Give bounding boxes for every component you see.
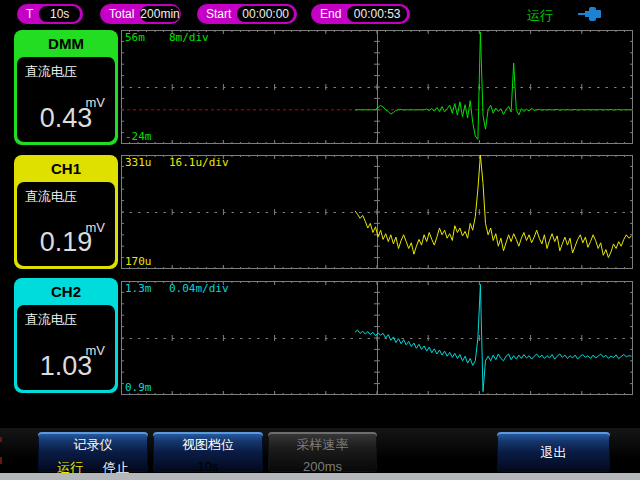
power-plug-icon bbox=[578, 6, 606, 22]
ch2-panel-title: CH2 bbox=[14, 278, 118, 305]
ch2-mode-label: 直流电压 bbox=[25, 311, 77, 329]
dmm-axis-top-value: 56m bbox=[125, 32, 145, 43]
start-time-badge: Start 00:00:00 bbox=[197, 4, 297, 24]
ch2-panel: CH2 直流电压 mV 1.03 bbox=[14, 278, 118, 393]
ch2-trend-chart: 1.3m 0.04m/div 0.9m bbox=[121, 281, 633, 395]
time-per-div-badge: T 10s bbox=[17, 4, 83, 24]
sample-rate-value: 200ms bbox=[268, 459, 377, 474]
dmm-axis-per-div: 8m/div bbox=[169, 32, 209, 43]
view-scale-title: 视图档位 bbox=[153, 436, 263, 454]
ch1-trend-chart: 331u 16.1u/div 170u bbox=[121, 155, 633, 269]
softkey-menu-bar: 记录仪 运行 停止 视图档位 10s 采样速率 200ms 退出 bbox=[0, 428, 640, 473]
ch1-trend-plot bbox=[121, 155, 633, 269]
view-scale-value: 10s bbox=[153, 459, 263, 474]
bezel-bottom-strip bbox=[0, 473, 640, 480]
ch2-panel-body: 直流电压 mV 1.03 bbox=[17, 305, 115, 390]
recorder-run-stop-button[interactable]: 记录仪 运行 停止 bbox=[38, 432, 148, 472]
ch1-panel-title: CH1 bbox=[14, 155, 118, 182]
run-status-text: 运行 bbox=[527, 7, 553, 25]
exit-button[interactable]: 退出 bbox=[497, 432, 610, 472]
ch1-axis-bottom-value: 170u bbox=[125, 256, 152, 267]
exit-button-label: 退出 bbox=[541, 444, 567, 462]
dmm-trend-chart: 56m 8m/div -24m bbox=[121, 30, 633, 144]
time-per-div-label: T bbox=[17, 7, 39, 21]
ch1-panel-body: 直流电压 mV 0.19 bbox=[17, 182, 115, 266]
end-time-label: End bbox=[311, 7, 347, 21]
dmm-panel: DMM 直流电压 mV 0.43 bbox=[14, 30, 118, 145]
panel-edge-mark-bottom bbox=[0, 457, 2, 464]
sample-rate-title: 采样速率 bbox=[268, 436, 377, 454]
total-time-value: 200min bbox=[140, 6, 179, 22]
end-time-badge: End 00:00:53 bbox=[311, 4, 410, 24]
ch1-mode-label: 直流电压 bbox=[25, 188, 77, 206]
ch1-axis-top-value: 331u bbox=[125, 157, 152, 168]
ch2-trend-plot bbox=[121, 281, 633, 395]
total-time-label: Total bbox=[100, 7, 140, 21]
ch2-axis-per-div: 0.04m/div bbox=[169, 283, 229, 294]
end-time-value: 00:00:53 bbox=[347, 6, 407, 22]
recorder-button-title: 记录仪 bbox=[38, 436, 148, 454]
panel-edge-mark-top bbox=[0, 437, 2, 442]
ch1-axis-per-div: 16.1u/div bbox=[169, 157, 229, 168]
ch2-axis-bottom-value: 0.9m bbox=[125, 382, 152, 393]
dmm-axis-bottom-value: -24m bbox=[125, 131, 152, 142]
ch2-reading-value: 1.03 bbox=[17, 351, 115, 382]
time-per-div-value: 10s bbox=[39, 6, 80, 22]
view-scale-button[interactable]: 视图档位 10s bbox=[153, 432, 263, 472]
start-time-value: 00:00:00 bbox=[237, 6, 294, 22]
ch1-reading-value: 0.19 bbox=[17, 227, 115, 258]
start-time-label: Start bbox=[197, 7, 237, 21]
ch2-axis-top-value: 1.3m bbox=[125, 283, 152, 294]
ch1-panel: CH1 直流电压 mV 0.19 bbox=[14, 155, 118, 269]
dmm-trend-plot bbox=[121, 30, 633, 144]
dmm-reading-value: 0.43 bbox=[17, 103, 115, 134]
recorder-screen: T 10s Total 200min Start 00:00:00 End 00… bbox=[0, 0, 640, 480]
dmm-panel-body: 直流电压 mV 0.43 bbox=[17, 57, 115, 142]
dmm-mode-label: 直流电压 bbox=[25, 63, 77, 81]
total-time-badge: Total 200min bbox=[100, 4, 181, 24]
sample-rate-button: 采样速率 200ms bbox=[268, 432, 377, 472]
dmm-panel-title: DMM bbox=[14, 30, 118, 57]
